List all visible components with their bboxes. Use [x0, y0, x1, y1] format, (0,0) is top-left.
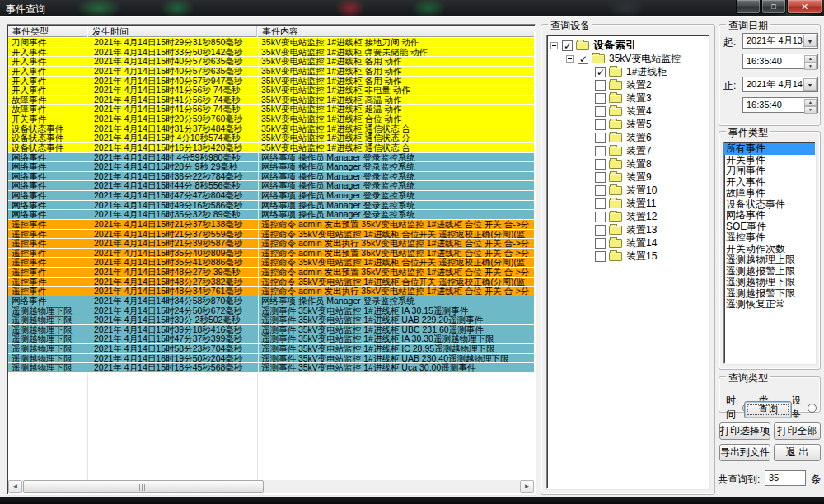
- scroll-right-arrow-icon[interactable]: ►: [520, 480, 534, 493]
- table-row[interactable]: 遥控事件2021年 4月14日15时35分40秒809毫秒遥控命令 admin …: [8, 249, 534, 259]
- tree-checkbox[interactable]: [595, 119, 606, 130]
- tree-item[interactable]: 设备索引: [550, 39, 709, 52]
- scrollbar-thumb[interactable]: [23, 480, 264, 493]
- tree-checkbox[interactable]: [595, 106, 606, 117]
- tree-checkbox[interactable]: [595, 185, 606, 196]
- tree-item[interactable]: 装置11: [550, 197, 709, 210]
- to-date-combobox[interactable]: 2021年 4月14日 ▼: [742, 77, 818, 92]
- event-type-item[interactable]: 刀闸事件: [724, 166, 815, 177]
- table-row[interactable]: 遥测越物理下限2021年 4月14日15时58分23秒704毫秒遥测事件 35k…: [8, 344, 534, 354]
- table-row[interactable]: 开入事件2021年 4月14日15时40分57秒635毫秒35kV变电站监控 1…: [8, 67, 534, 77]
- table-row[interactable]: 开关事件2021年 4月14日15时20分59秒760毫秒35kV变电站监控 1…: [8, 114, 534, 124]
- print-all-button[interactable]: 打印全部: [774, 422, 821, 440]
- column-header-type[interactable]: 事件类型: [8, 26, 87, 37]
- column-header-content[interactable]: 事件内容: [258, 26, 536, 37]
- event-type-item[interactable]: 网络事件: [724, 210, 815, 222]
- event-type-item[interactable]: 遥测越报警上限: [724, 266, 815, 278]
- tree-item[interactable]: 35kV变电站监控: [550, 52, 709, 65]
- spin-up-icon[interactable]: ▲: [804, 55, 817, 63]
- event-type-item[interactable]: 开关事件: [724, 155, 815, 166]
- dropdown-arrow-icon[interactable]: ▼: [803, 35, 817, 47]
- table-row[interactable]: 网络事件2021年 4月14日15时36分22秒784毫秒网络事项 操作员 Ma…: [8, 172, 534, 182]
- spinner-buttons[interactable]: ▲▼: [804, 99, 817, 111]
- scroll-left-arrow-icon[interactable]: ◄: [8, 480, 22, 493]
- close-button[interactable]: ✕: [787, 0, 822, 14]
- event-type-item[interactable]: 遥测越物理下限: [724, 277, 815, 288]
- table-row[interactable]: 遥测越物理下限2021年 4月14日16时19分50秒204毫秒遥测事件 35k…: [8, 354, 534, 364]
- from-time-spinner[interactable]: 16:35:40 ▲▼: [742, 54, 818, 69]
- tree-item[interactable]: 装置12: [550, 210, 709, 223]
- table-row[interactable]: 遥控事件2021年 4月14日15时48分27秒 39毫秒遥控命令 admin …: [8, 268, 534, 278]
- print-selected-button[interactable]: 打印选择项: [719, 422, 770, 440]
- table-row[interactable]: 网络事件2021年 4月14日15时49分16秒586毫秒网络事项 操作员 Ma…: [8, 201, 534, 211]
- event-type-item[interactable]: 遥测越物理上限: [724, 254, 815, 266]
- event-type-item[interactable]: 遥测越报警下限: [724, 288, 815, 300]
- table-row[interactable]: 遥测越物理下限2021年 4月14日15时39分18秒416毫秒遥测事件 35k…: [8, 325, 534, 335]
- tree-item[interactable]: 装置2: [550, 78, 709, 91]
- tree-item[interactable]: 装置8: [550, 157, 709, 170]
- tree-checkbox[interactable]: [595, 251, 606, 262]
- spinner-buttons[interactable]: ▲▼: [804, 55, 817, 68]
- tree-checkbox[interactable]: [595, 133, 606, 143]
- tree-item[interactable]: 装置13: [550, 223, 709, 236]
- table-row[interactable]: 开入事件2021年 4月14日15时33分50秒142毫秒35kV变电站监控 1…: [8, 48, 534, 58]
- tree-collapse-icon[interactable]: [550, 42, 558, 49]
- tree-checkbox[interactable]: [595, 225, 606, 236]
- tree-item[interactable]: 装置6: [550, 131, 709, 144]
- event-type-item[interactable]: 开入事件: [724, 177, 815, 189]
- table-row[interactable]: 遥测越物理下限2021年 4月14日15时24分50秒672毫秒遥测事件 35k…: [8, 306, 534, 316]
- tree-checkbox[interactable]: [595, 93, 606, 104]
- tree-item[interactable]: 装置14: [550, 236, 709, 250]
- spin-up-icon[interactable]: ▲: [804, 99, 817, 106]
- tree-checkbox[interactable]: [595, 146, 606, 156]
- table-row[interactable]: 网络事件2021年 4月14日14时 4分59秒980毫秒网络事项 操作员 Ma…: [8, 153, 534, 163]
- tree-item[interactable]: 装置15: [550, 250, 709, 263]
- tree-checkbox[interactable]: [595, 80, 606, 91]
- table-row[interactable]: 遥测越物理下限2021年 4月14日15时39分 2秒502毫秒遥测事件 35k…: [8, 315, 534, 325]
- tree-item[interactable]: 装置9: [550, 170, 709, 184]
- table-row[interactable]: 网络事件2021年 4月14日14时34分58秒870毫秒网络事项 操作员 Ma…: [8, 296, 534, 306]
- tree-checkbox[interactable]: [562, 40, 573, 51]
- event-type-item[interactable]: 故障事件: [724, 188, 815, 199]
- table-row[interactable]: 开入事件2021年 4月14日15时40分57秒947毫秒35kV变电站监控 1…: [8, 77, 534, 86]
- table-row[interactable]: 网络事件2021年 4月14日15时44分 8秒556毫秒网络事项 操作员 Ma…: [8, 181, 534, 191]
- table-row[interactable]: 遥控事件2021年 4月14日15时48分34秒761毫秒遥控命令 admin …: [8, 287, 534, 296]
- tree-checkbox[interactable]: [595, 212, 606, 222]
- table-row[interactable]: 遥控事件2021年 4月14日15时21分39秒587毫秒遥控命令 admin …: [8, 239, 534, 249]
- table-row[interactable]: 设备状态事件2021年 4月14日15时16分13秒420毫秒35kV变电站监控…: [8, 143, 534, 153]
- event-type-item[interactable]: 开关动作次数: [724, 244, 815, 255]
- minimize-button[interactable]: —: [736, 0, 761, 14]
- tree-checkbox[interactable]: [595, 159, 606, 170]
- table-row[interactable]: 网络事件2021年 4月14日15时47分47秒804毫秒网络事项 操作员 Ma…: [8, 191, 534, 201]
- table-row[interactable]: 遥控事件2021年 4月14日15时35分41秒886毫秒遥控命令 35kV变电…: [8, 258, 534, 268]
- table-row[interactable]: 遥控事件2021年 4月14日15时21分37秒559毫秒遥控命令 35kV变电…: [8, 230, 534, 240]
- maximize-button[interactable]: □: [761, 0, 786, 14]
- query-button[interactable]: 查询: [744, 401, 792, 418]
- event-type-item[interactable]: 遥控事件: [724, 232, 815, 244]
- tree-checkbox[interactable]: [578, 54, 588, 64]
- table-row[interactable]: 设备状态事件2021年 4月14日15时 4分10秒574毫秒35kV变电站监控…: [8, 133, 534, 143]
- exit-button[interactable]: 退 出: [774, 444, 821, 461]
- event-type-item[interactable]: SOE事件: [724, 222, 815, 233]
- tree-checkbox[interactable]: [595, 67, 606, 77]
- table-row[interactable]: 设备状态事件2021年 4月14日14时31分37秒484毫秒35kV变电站监控…: [8, 124, 534, 134]
- tree-item[interactable]: 装置3: [550, 91, 709, 105]
- dropdown-arrow-icon[interactable]: ▼: [803, 78, 817, 91]
- spin-down-icon[interactable]: ▼: [804, 106, 817, 114]
- export-button[interactable]: 导出到文件: [719, 444, 770, 461]
- table-row[interactable]: 故障事件2021年 4月14日15时41分56秒 74毫秒35kV变电站监控 1…: [8, 105, 534, 114]
- table-row[interactable]: 故障事件2021年 4月14日15时41分56秒 74毫秒35kV变电站监控 1…: [8, 96, 534, 105]
- tree-checkbox[interactable]: [595, 172, 606, 183]
- tree-item[interactable]: 装置10: [550, 184, 709, 197]
- table-row[interactable]: 遥控事件2021年 4月14日15时48分27秒382毫秒遥控命令 35kV变电…: [8, 278, 534, 287]
- tree-item[interactable]: 装置7: [550, 144, 709, 157]
- column-header-time[interactable]: 发生时间: [88, 26, 257, 37]
- table-row[interactable]: 网络事件2021年 4月14日15时28分 9秒 29毫秒网络事项 操作员 Ma…: [8, 162, 534, 172]
- spin-down-icon[interactable]: ▼: [804, 63, 817, 70]
- table-row[interactable]: 开入事件2021年 4月14日15时40分57秒635毫秒35kV变电站监控 1…: [8, 57, 534, 67]
- horizontal-scrollbar[interactable]: ◄ ►: [8, 480, 534, 493]
- event-type-item[interactable]: 设备状态事件: [724, 199, 815, 211]
- radio-circle-icon[interactable]: [808, 404, 817, 413]
- table-row[interactable]: 遥控事件2021年 4月14日15时21分37秒138毫秒遥控命令 admin …: [8, 220, 534, 230]
- table-row[interactable]: 开入事件2021年 4月14日15时41分56秒 74毫秒35kV变电站监控 1…: [8, 86, 534, 96]
